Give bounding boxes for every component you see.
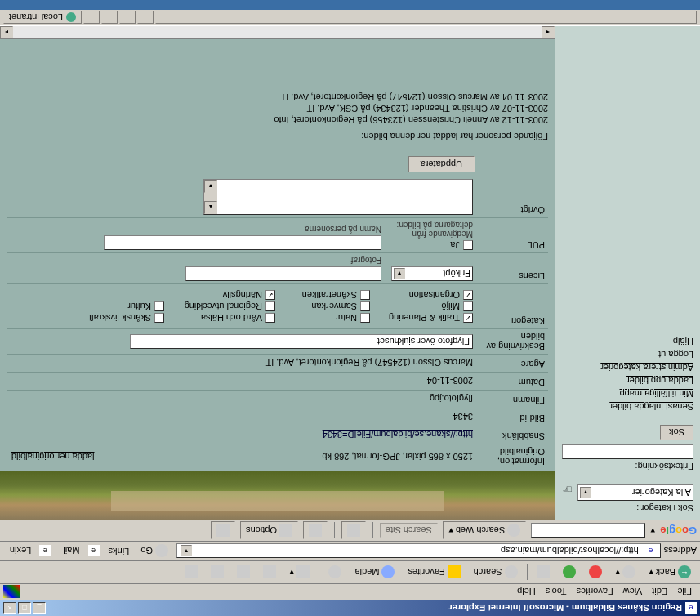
image-form: Information, Originalbild 1250 x 865 pix… (0, 150, 555, 471)
status-message (155, 11, 697, 25)
link-help[interactable]: Hjälp (562, 335, 693, 348)
back-arrow-icon (678, 566, 691, 579)
chk-natur[interactable]: Natur (280, 313, 370, 323)
pagerank-button[interactable] (341, 522, 366, 540)
favorites-button[interactable]: Favorites (402, 564, 466, 582)
chk-livskraft[interactable]: Skånsk livskraft (74, 313, 164, 323)
menu-tools[interactable]: Tools (541, 586, 572, 599)
chk-regional[interactable]: Regional utveckling (169, 301, 275, 311)
checkbox-icon (360, 290, 370, 300)
download-original-link[interactable]: ladda ner originalbild (7, 452, 95, 462)
download-history: Följande personer har laddat ner denna b… (0, 83, 555, 150)
links-label[interactable]: Links (105, 547, 133, 557)
refresh-button[interactable] (557, 564, 582, 582)
other-textarea[interactable]: ▴ ▾ (203, 179, 473, 215)
person-names-input[interactable] (104, 235, 381, 250)
go-icon (155, 545, 168, 558)
google-search-input[interactable] (531, 524, 645, 538)
chk-samverkan[interactable]: Samverkan (280, 301, 370, 311)
forward-arrow-icon (622, 566, 635, 579)
address-dropdown-icon[interactable]: ▾ (181, 546, 192, 557)
info-label: Information, Originalbild (476, 444, 548, 469)
chk-naringsliv[interactable]: Näringsliv (169, 290, 275, 300)
category-select[interactable]: Alla Kategorier ▾ (577, 484, 693, 501)
forward-button[interactable]: ▾ (609, 564, 641, 582)
messenger-button[interactable] (179, 564, 203, 582)
freetext-input[interactable] (562, 444, 693, 459)
link-lexin[interactable]: eLexin (3, 546, 54, 557)
highlight-icon (216, 524, 230, 538)
scroll-left-icon[interactable]: ◂ (542, 26, 555, 38)
scroll-down-icon[interactable]: ▾ (204, 180, 217, 193)
discuss-button[interactable] (205, 564, 230, 582)
media-button[interactable]: Media (349, 564, 400, 582)
search-web-button[interactable]: Search Web ▾ (443, 522, 526, 540)
back-button[interactable]: Back ▾ (643, 564, 697, 582)
go-button[interactable]: Go (136, 543, 173, 560)
main-panel: Information, Originalbild 1250 x 865 pix… (0, 26, 555, 520)
mail-button[interactable]: ▾ (283, 564, 315, 582)
menu-help[interactable]: Help (512, 586, 541, 599)
category-select-value: Alla Kategorier (632, 488, 691, 498)
link-temp-folder[interactable]: Min tillfälliga mapp (562, 387, 693, 400)
scroll-up-icon[interactable]: ▴ (204, 201, 217, 214)
chk-vard[interactable]: Vård och Hälsa (169, 313, 275, 323)
link-recent-images[interactable]: Senast inlagda bilder (562, 400, 693, 413)
security-zone: Local intranet (3, 11, 82, 25)
update-button[interactable]: Uppdatera (408, 156, 475, 172)
description-input[interactable] (130, 334, 473, 349)
history-button[interactable] (323, 564, 347, 582)
consent-checkbox[interactable]: Ja (391, 240, 473, 250)
home-button[interactable] (531, 564, 555, 582)
intranet-icon (66, 13, 76, 23)
highlight-button[interactable] (211, 522, 235, 540)
close-button[interactable]: × (3, 602, 16, 614)
minimize-button[interactable]: _ (33, 602, 46, 614)
chk-kultur[interactable]: Kultur (74, 301, 164, 311)
maximize-button[interactable]: □ (18, 602, 31, 614)
license-select[interactable]: Friköpt ▾ (391, 266, 473, 281)
chk-miljo[interactable]: Miljö (375, 301, 473, 311)
photographer-input[interactable] (185, 266, 381, 281)
search-icon (505, 566, 518, 579)
search-button[interactable]: Sök (660, 425, 693, 440)
menu-favorites[interactable]: Favorites (571, 586, 618, 599)
menu-edit[interactable]: Edit (647, 586, 672, 599)
search-label: Search (474, 568, 502, 578)
search-button[interactable]: Search (468, 564, 524, 582)
horizontal-scrollbar[interactable]: ◂ ▸ (0, 26, 555, 39)
menu-view[interactable]: View (618, 586, 648, 599)
quicklink-value[interactable]: http://skane.se/bildalbum/FileID=3434 (323, 431, 473, 440)
media-label: Media (354, 568, 379, 578)
link-admin-categories[interactable]: Administrera kategorier (562, 361, 693, 374)
edit-button[interactable] (231, 564, 256, 582)
blocked-button[interactable] (303, 522, 328, 540)
print-icon (263, 566, 276, 579)
google-logo-icon[interactable]: Google (660, 524, 697, 537)
address-input[interactable]: e http://localhost/bildalbum/main.asp ▾ (176, 544, 661, 559)
scroll-track[interactable] (13, 26, 542, 38)
link-mail[interactable]: eMail (56, 546, 102, 557)
search-site-button[interactable]: Search Site (380, 524, 438, 538)
chk-skanetrafiken[interactable]: Skånetrafiken (280, 290, 370, 300)
chk-organisation[interactable]: Organisation (375, 290, 473, 300)
page-content: Sök i kategori: Alla Kategorier ▾ ☞ Frit… (0, 26, 700, 520)
options-button[interactable]: Options (240, 522, 298, 540)
windows-logo-icon (3, 586, 20, 599)
link-upload[interactable]: Ladda upp bilder (562, 374, 693, 387)
stop-button[interactable] (583, 564, 608, 582)
category-label: Kategori (476, 314, 548, 328)
chk-trafik[interactable]: Trafik & Planering (375, 313, 473, 323)
date-value: 2003-11-04 (7, 374, 476, 389)
zone-label: Local intranet (9, 13, 63, 23)
scroll-right-icon[interactable]: ▸ (0, 26, 13, 38)
textarea-scrollbar[interactable]: ▴ ▾ (204, 180, 217, 214)
back-label: Back (656, 568, 675, 578)
print-button[interactable] (257, 564, 282, 582)
hand-pointer-icon[interactable]: ☞ (562, 483, 573, 496)
address-bar: Address e http://localhost/bildalbum/mai… (0, 541, 700, 560)
link-logout[interactable]: Logga ut (562, 348, 693, 361)
menu-file[interactable]: File (672, 586, 697, 599)
pul-label: PUL (476, 238, 548, 252)
ie-icon: e (685, 602, 697, 614)
